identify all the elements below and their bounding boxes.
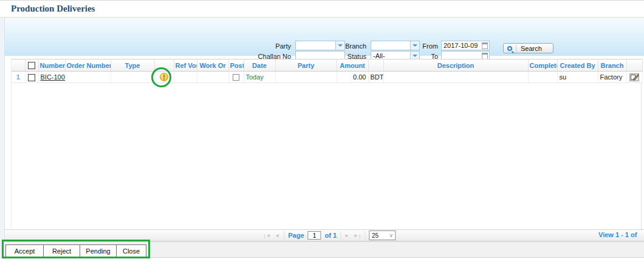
pager-controls: |◄ ◄ Page of 1 ► ►| 25 ∨ [264,230,396,241]
search-icon [507,46,512,51]
divider [365,231,365,240]
col-party[interactable]: Party [275,59,337,72]
from-date-field[interactable]: 2017-10-09 [441,41,490,50]
col-posted[interactable]: Poste [228,59,244,72]
col-date[interactable]: Date [244,59,275,72]
col-select-all[interactable] [25,59,38,72]
col-branch[interactable]: Branch [598,59,626,72]
col-status-icon [154,59,174,72]
divider [516,45,516,52]
row-index: 1 [12,72,25,83]
select-all-checkbox[interactable] [28,62,35,69]
page-size-select[interactable]: 25 ∨ [369,230,396,240]
col-work-order[interactable]: Work Or [197,59,228,72]
table-row[interactable]: 1 BIC-1005 ! Today 0.00 BDT su [12,72,642,83]
page-number-input[interactable] [308,231,321,240]
currency-cell: BDT [368,72,383,83]
row-checkbox[interactable] [28,74,35,81]
col-order-number[interactable]: Order Number [65,59,111,72]
branch-label: Branch [333,42,366,50]
status-icon-cell: ! [154,72,174,83]
close-button[interactable]: Close [116,244,146,258]
from-date-value: 2017-10-09 [442,41,482,50]
delivery-number-link[interactable]: BIC-1005 [41,73,66,81]
party-label: Party [236,42,291,50]
col-edit [626,59,642,72]
divider [340,231,341,240]
number-cell[interactable]: BIC-1005 [38,72,65,83]
titlebar: Production Deliveries [0,0,644,18]
type-cell [111,72,154,83]
search-button[interactable]: Search [503,43,553,53]
warning-icon: ! [160,73,168,81]
pager-bar: |◄ ◄ Page of 1 ► ►| 25 ∨ View 1 - 1 of [5,229,644,241]
date-cell: Today [244,72,275,83]
filter-panel: Party Branch From 2017-10-09 Challan No … [5,18,644,56]
header-row: Number Order Number Type Ref Vouc Work O… [12,59,642,72]
party-cell [275,72,337,83]
col-amount[interactable]: Amount [337,59,368,72]
amount-cell: 0.00 [337,72,368,83]
page-of-label: of 1 [325,232,337,239]
first-page-icon[interactable]: |◄ [264,233,271,238]
view-status: View 1 - 1 of [598,231,644,238]
created-by-cell: su [557,72,598,83]
col-number[interactable]: Number [38,59,65,72]
work-order-cell [197,72,228,83]
col-ref-voucher[interactable]: Ref Vouc [174,59,197,72]
production-deliveries-window: Production Deliveries Party Branch From … [0,0,644,259]
col-created-by[interactable]: Created By [557,59,598,72]
page-label: Page [288,232,304,239]
col-completed[interactable]: Completed [528,59,557,72]
completed-cell [528,72,557,83]
calendar-icon[interactable] [482,42,488,49]
left-edge-strip [0,18,5,259]
last-page-icon[interactable]: ►| [354,233,361,238]
col-rownum [12,59,25,72]
col-currency [368,59,383,72]
col-type[interactable]: Type [111,59,154,72]
branch-cell: Factory [598,72,626,83]
chevron-down-icon: ∨ [389,232,395,238]
prev-page-icon[interactable]: ◄ [275,233,280,238]
page-size-value: 25 [369,232,389,239]
posted-checkbox[interactable] [233,74,239,81]
search-button-label: Search [521,45,542,52]
row-select-cell[interactable] [25,72,38,83]
data-grid: Number Order Number Type Ref Vouc Work O… [11,59,642,229]
description-cell [383,72,528,83]
action-buttons: Accept Reject Pending Close [6,244,146,258]
reject-button[interactable]: Reject [43,244,80,258]
pending-button[interactable]: Pending [80,244,117,258]
from-label: From [406,42,438,50]
deliveries-table: Number Order Number Type Ref Vouc Work O… [12,59,643,83]
action-bar: Accept Reject Pending Close [5,241,644,258]
ref-voucher-cell [174,72,197,83]
page-title: Production Deliveries [0,1,644,17]
calendar-icon[interactable] [482,53,488,59]
edit-cell[interactable] [626,72,642,83]
col-description[interactable]: Description [383,59,528,72]
posted-cell[interactable] [228,72,244,83]
order-number-cell [65,72,111,83]
next-page-icon[interactable]: ► [344,233,350,238]
accept-button[interactable]: Accept [5,244,44,258]
edit-icon[interactable] [629,73,639,81]
divider [284,231,284,240]
